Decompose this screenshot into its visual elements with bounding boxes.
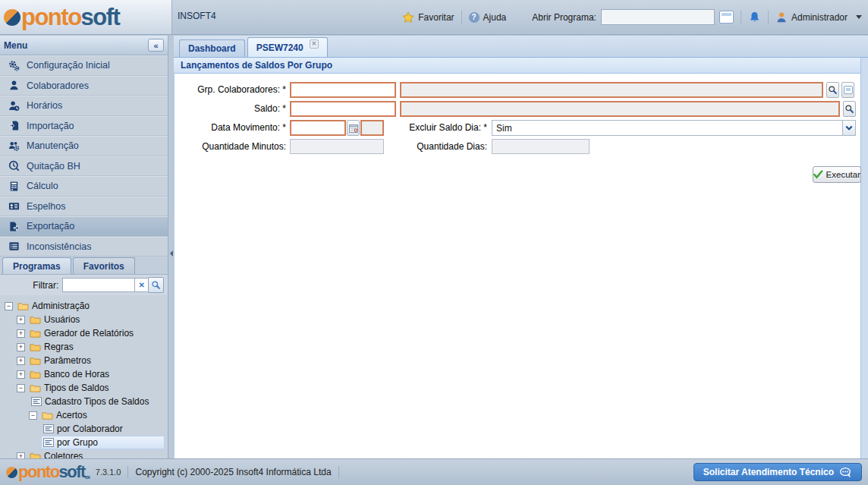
search-icon <box>828 85 838 95</box>
form-panel-body: Grp. Colaboradores: * Saldo: * Data Movi… <box>174 74 860 458</box>
idcard-icon <box>8 200 20 212</box>
sidebar-item-manutencao[interactable]: Manutenção <box>0 136 168 156</box>
saldo-search-button[interactable] <box>843 101 856 117</box>
sidebar-item-exportacao[interactable]: Exportação <box>0 216 168 237</box>
combo-trigger[interactable] <box>842 121 855 135</box>
clear-filter-icon[interactable] <box>134 278 148 292</box>
tree-node-tipos-de-saldos[interactable]: Tipos de Saldos <box>0 381 168 395</box>
excluir-saldo-dia-label: Excluir Saldo Dia: * <box>376 120 487 136</box>
expand-node-icon[interactable] <box>17 329 25 338</box>
saldo-code-input[interactable] <box>290 101 396 117</box>
tab-dashboard[interactable]: Dashboard <box>179 39 245 57</box>
sidebar-item-horarios[interactable]: Horários <box>0 96 168 116</box>
page-title: Lançamentos de Saldos Por Grupo <box>181 60 332 71</box>
tree-node-por-grupo[interactable]: por Grupo <box>0 436 168 449</box>
import-icon <box>8 120 20 131</box>
filter-input[interactable] <box>62 278 134 292</box>
collapse-node-icon[interactable] <box>5 302 13 310</box>
folder-open-icon <box>30 383 41 393</box>
program-leaf-icon <box>43 438 54 447</box>
sidebar-item-quitacao-bh[interactable]: Quitação BH <box>0 156 168 177</box>
tree-node-label: por Colaborador <box>57 424 123 434</box>
grp-colaboradores-desc-field <box>400 82 823 98</box>
tree-node-por-colaborador[interactable]: por Colaborador <box>0 422 168 436</box>
tab-programas[interactable]: Programas <box>2 257 71 274</box>
tree-node-acertos[interactable]: Acertos <box>0 408 168 422</box>
divider <box>741 11 741 24</box>
sidebar-item-inconsistencias[interactable]: Inconsistências <box>0 237 168 257</box>
sidebar-item-configuracao-inicial[interactable]: Configuração Inicial <box>0 55 168 76</box>
sidebar-item-colaboradores[interactable]: Colaboradores <box>0 76 168 96</box>
selected-value: Sim <box>492 123 512 134</box>
solicitar-atendimento-button[interactable]: Solicitar Atendimento Técnico <box>693 463 862 481</box>
expand-node-icon[interactable] <box>17 357 25 365</box>
tree-node-regras[interactable]: Regras <box>0 340 168 354</box>
help-button[interactable]: Ajuda <box>469 12 507 23</box>
excluir-saldo-dia-select[interactable]: Sim <box>492 120 856 136</box>
tab-psew7240[interactable]: PSEW7240 <box>247 37 328 57</box>
grp-open-window-button[interactable] <box>841 82 854 98</box>
tree-node-gerador-de-relatorios[interactable]: Gerador de Relatórios <box>0 326 168 340</box>
top-header: ponto soft INSOFT4 Favoritar Ajuda Abrir… <box>0 0 868 35</box>
tree-node-cadastro-tipos-de-saldos[interactable]: Cadastro Tipos de Saldos <box>0 395 168 408</box>
folder-icon <box>30 342 41 352</box>
collapse-node-icon[interactable] <box>17 384 25 392</box>
search-icon <box>151 280 161 290</box>
tree-node-administracao[interactable]: Administração <box>0 299 168 313</box>
sidebar-item-label: Espelhos <box>27 201 65 212</box>
data-movimento-input[interactable] <box>290 120 346 136</box>
sidebar-item-calculo[interactable]: Cálculo <box>0 176 168 197</box>
user-avatar-icon <box>775 11 788 24</box>
sidebar-item-importacao[interactable]: Importação <box>0 116 168 137</box>
chevron-down-icon <box>856 15 862 19</box>
filter-label: Filtrar: <box>4 280 62 291</box>
tree-node-label: Parâmetros <box>44 355 91 366</box>
quantidade-minutos-field <box>290 139 384 154</box>
collapse-sidebar-button[interactable] <box>148 39 164 52</box>
expand-node-icon[interactable] <box>17 370 25 379</box>
expand-node-icon[interactable] <box>17 316 25 324</box>
splitter-collapse-icon[interactable] <box>170 250 173 257</box>
open-program-input[interactable] <box>601 9 715 25</box>
help-label: Ajuda <box>483 12 507 23</box>
calendar-picker-button[interactable] <box>347 120 360 136</box>
main-area: Dashboard PSEW7240 Lançamentos de Saldos… <box>174 36 868 458</box>
sidebar-item-label: Importação <box>27 121 74 131</box>
tree-node-banco-de-horas[interactable]: Banco de Horas <box>0 367 168 381</box>
program-leaf-icon <box>43 424 54 433</box>
executar-button[interactable]: Executar <box>813 166 861 183</box>
people-gear-icon <box>8 140 20 152</box>
user-menu[interactable]: Administrador <box>775 11 862 24</box>
data-movimento-label: Data Movimento: * <box>175 120 286 136</box>
filter-search-button[interactable] <box>148 277 164 293</box>
sidebar-item-label: Manutenção <box>27 140 79 151</box>
expand-node-icon[interactable] <box>17 343 25 351</box>
favorite-button[interactable]: Favoritar <box>402 11 454 24</box>
list-icon <box>8 241 20 252</box>
open-program-window-icon[interactable] <box>719 11 734 24</box>
calculator-icon <box>8 181 20 192</box>
close-tab-icon[interactable] <box>310 39 319 49</box>
quantidade-dias-label: Quantidade Dias: <box>376 139 487 155</box>
app-code-label: INSOFT4 <box>178 11 216 21</box>
sidebar: Menu Configuração Inicial Colaboradores … <box>0 36 168 458</box>
tree-node-label: Cadastro Tipos de Saldos <box>45 396 149 407</box>
tree-node-parametros[interactable]: Parâmetros <box>0 354 168 367</box>
grp-colaboradores-code-input[interactable] <box>290 82 396 98</box>
tab-favoritos[interactable]: Favoritos <box>73 257 135 274</box>
tree-node-usuarios[interactable]: Usuários <box>0 313 168 326</box>
tree-node-label: Usuários <box>44 314 80 325</box>
grp-colaboradores-label: Grp. Colaboradores: * <box>175 82 286 98</box>
tree-node-label: Acertos <box>56 410 87 420</box>
export-icon <box>8 221 20 232</box>
sidebar-item-espelhos[interactable]: Espelhos <box>0 197 168 217</box>
main-tab-bar: Dashboard PSEW7240 <box>174 36 868 58</box>
tab-label: Dashboard <box>188 43 236 54</box>
open-program-label: Abrir Programa: <box>532 12 596 23</box>
person-clock-icon <box>8 100 20 112</box>
notifications-bell-icon[interactable] <box>748 11 761 24</box>
sidebar-item-label: Inconsistências <box>27 241 91 252</box>
grp-search-button[interactable] <box>826 82 839 98</box>
collapse-node-icon[interactable] <box>29 411 37 420</box>
footer: ponto soft ex 7.3.1.0 Copyright (c) 2000… <box>0 458 868 485</box>
